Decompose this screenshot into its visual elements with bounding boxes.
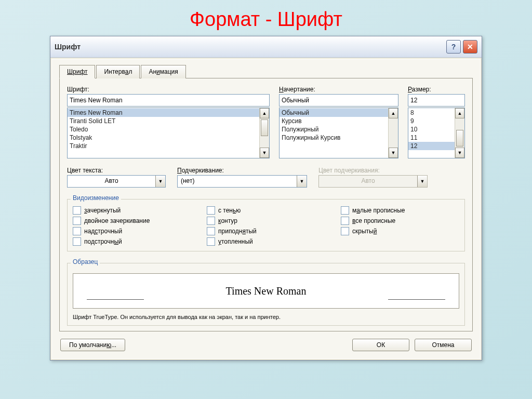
checkbox-icon[interactable] — [73, 217, 81, 225]
check-label: скрытый — [352, 228, 377, 235]
style-scrollbar[interactable]: ▲ ▼ — [388, 108, 398, 158]
tab-spacing[interactable]: Интервал — [96, 65, 140, 78]
scroll-thumb[interactable] — [261, 119, 268, 136]
check-shadow[interactable]: с тенью — [207, 206, 325, 215]
check-allcaps[interactable]: все прописные — [341, 217, 459, 225]
button-row: По умолчанию... ОК Отмена — [59, 339, 473, 351]
font-input[interactable] — [67, 94, 270, 107]
check-label: малые прописные — [352, 207, 405, 214]
tab-animation-label: Анимация — [149, 68, 178, 75]
underline-col: Подчеркивание: (нет) ▼ — [177, 167, 307, 188]
check-double-strike[interactable]: двойное зачеркивание — [73, 217, 191, 225]
scroll-track[interactable] — [455, 118, 464, 129]
list-item[interactable]: Tolstyak — [68, 134, 259, 142]
checkbox-icon[interactable] — [207, 237, 215, 246]
tab-spacing-label: Интервал — [104, 68, 132, 75]
underline-color-value: Авто — [319, 176, 417, 187]
check-outline[interactable]: контур — [207, 217, 325, 225]
chevron-down-icon[interactable]: ▼ — [155, 176, 165, 187]
size-scrollbar[interactable]: ▲ ▼ — [455, 108, 464, 158]
check-label: все прописные — [352, 217, 395, 224]
font-scrollbar[interactable]: ▲ ▼ — [259, 108, 269, 158]
scroll-thumb[interactable] — [456, 130, 463, 147]
check-label: приподнятый — [218, 228, 257, 235]
font-listbox[interactable]: Times New Roman Tiranti Solid LET Toledo… — [67, 108, 270, 158]
scroll-track[interactable] — [260, 137, 269, 148]
underline-color-col: Цвет подчеркивания: Авто ▼ — [318, 167, 428, 188]
text-color-col: Цвет текста: Авто ▼ — [67, 167, 166, 188]
list-item[interactable]: Полужирный Курсив — [280, 134, 388, 142]
tab-font[interactable]: Шрифт — [59, 65, 95, 78]
close-button[interactable]: ✕ — [463, 40, 477, 54]
list-item[interactable]: 8 — [408, 109, 455, 117]
cancel-button[interactable]: Отмена — [415, 339, 472, 351]
check-emboss[interactable]: приподнятый — [207, 227, 325, 235]
underline-combo[interactable]: (нет) ▼ — [177, 175, 307, 188]
list-item[interactable]: 9 — [408, 117, 455, 125]
dialog-title: Шрифт — [55, 43, 81, 51]
check-label: утопленный — [218, 238, 253, 245]
check-engrave[interactable]: утопленный — [207, 237, 325, 246]
check-label: подстрочный — [84, 238, 122, 245]
underline-label: Подчеркивание: — [177, 167, 307, 174]
default-button[interactable]: По умолчанию... — [60, 339, 125, 351]
preview-underline-right — [388, 299, 445, 300]
chevron-down-icon[interactable]: ▼ — [297, 176, 307, 187]
font-column: Шрифт: Times New Roman Tiranti Solid LET… — [67, 86, 270, 158]
font-hint: Шрифт TrueType. Он используется для выво… — [73, 314, 459, 320]
check-hidden[interactable]: скрытый — [341, 227, 459, 235]
checkbox-icon[interactable] — [207, 217, 215, 225]
effects-grid: зачеркнутый с тенью малые прописные двой… — [73, 206, 459, 246]
list-item[interactable]: 10 — [408, 125, 455, 134]
text-color-label: Цвет текста: — [67, 167, 166, 174]
list-item[interactable]: Tiranti Solid LET — [68, 117, 259, 125]
tab-panel: Шрифт: Times New Roman Tiranti Solid LET… — [59, 78, 473, 331]
style-label: Начертание: — [279, 86, 398, 93]
font-label: Шрифт: — [67, 86, 270, 93]
list-item[interactable]: Курсив — [280, 117, 388, 125]
list-item[interactable]: Обычный — [280, 109, 388, 117]
scroll-down-icon[interactable]: ▼ — [260, 148, 269, 158]
checkbox-icon[interactable] — [207, 206, 215, 215]
checkbox-icon[interactable] — [341, 217, 349, 225]
text-color-value: Авто — [68, 176, 155, 187]
size-input[interactable] — [408, 94, 465, 107]
list-item[interactable]: 12 — [408, 142, 455, 150]
checkbox-icon[interactable] — [341, 206, 349, 215]
text-color-combo[interactable]: Авто ▼ — [67, 175, 166, 188]
check-superscript[interactable]: надстрочный — [73, 227, 191, 235]
tab-animation[interactable]: Анимация — [141, 65, 185, 78]
checkbox-icon[interactable] — [73, 227, 81, 235]
row-font-style-size: Шрифт: Times New Roman Tiranti Solid LET… — [67, 86, 465, 158]
font-dialog: Шрифт ? ✕ Шрифт Интервал Анимация Шрифт:… — [50, 36, 482, 361]
scroll-up-icon[interactable]: ▲ — [389, 108, 398, 118]
check-label: двойное зачеркивание — [84, 217, 150, 224]
style-input[interactable] — [279, 94, 398, 107]
list-item[interactable]: Полужирный — [280, 125, 388, 134]
tab-font-label: Шрифт — [67, 68, 87, 75]
checkbox-icon[interactable] — [73, 237, 81, 246]
scroll-track[interactable] — [389, 118, 398, 148]
effects-legend: Видоизменение — [71, 194, 121, 202]
list-item[interactable]: 11 — [408, 134, 455, 142]
checkbox-icon[interactable] — [341, 227, 349, 235]
list-item[interactable]: Traktir — [68, 142, 259, 150]
list-item[interactable]: Times New Roman — [68, 109, 259, 117]
help-button[interactable]: ? — [446, 40, 461, 54]
checkbox-icon[interactable] — [73, 206, 81, 215]
scroll-down-icon[interactable]: ▼ — [389, 148, 398, 158]
check-strikethrough[interactable]: зачеркнутый — [73, 206, 191, 215]
checkbox-icon[interactable] — [207, 227, 215, 235]
ok-button[interactable]: ОК — [352, 339, 409, 351]
style-listbox[interactable]: Обычный Курсив Полужирный Полужирный Кур… — [279, 108, 398, 158]
underline-color-label: Цвет подчеркивания: — [318, 167, 428, 174]
scroll-down-icon[interactable]: ▼ — [455, 148, 464, 158]
page-heading: Формат - Шрифт — [0, 0, 532, 36]
check-smallcaps[interactable]: малые прописные — [341, 206, 459, 215]
check-subscript[interactable]: подстрочный — [73, 237, 191, 246]
scroll-up-icon[interactable]: ▲ — [455, 108, 464, 118]
scroll-up-icon[interactable]: ▲ — [260, 108, 269, 118]
size-listbox[interactable]: 8 9 10 11 12 ▲ ▼ — [408, 108, 465, 158]
list-item[interactable]: Toledo — [68, 125, 259, 134]
style-list-items: Обычный Курсив Полужирный Полужирный Кур… — [280, 108, 388, 158]
